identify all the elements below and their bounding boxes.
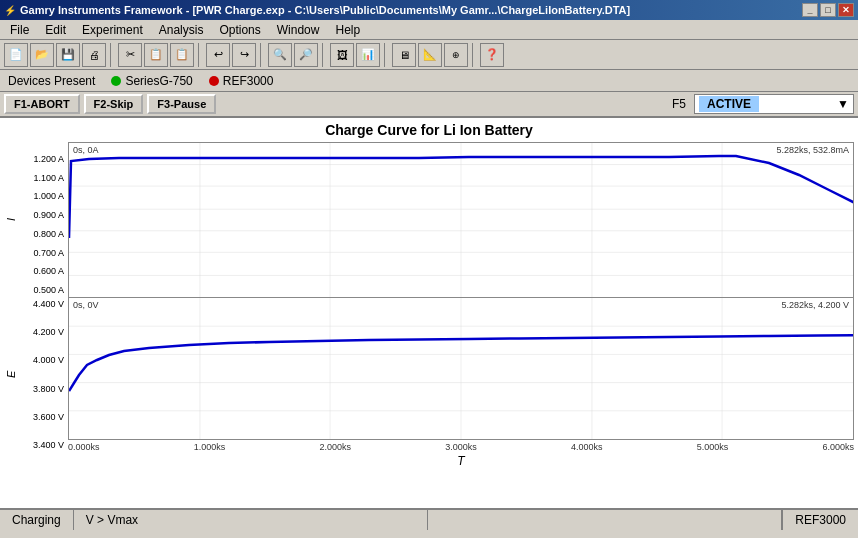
- tb-redo[interactable]: ↪: [232, 43, 256, 67]
- x-tick-6: 6.000ks: [822, 442, 854, 452]
- x-tick-3: 3.000ks: [445, 442, 477, 452]
- x-axis-title: T: [68, 454, 854, 468]
- y-tick-top-6: 0.600 A: [33, 266, 64, 276]
- menu-options[interactable]: Options: [211, 21, 268, 39]
- title-text: Gamry Instruments Framework - [PWR Charg…: [20, 4, 802, 16]
- tb-chart[interactable]: 📊: [356, 43, 380, 67]
- close-button[interactable]: ✕: [838, 3, 854, 17]
- menu-experiment[interactable]: Experiment: [74, 21, 151, 39]
- chart-top-corner-tl: 0s, 0A: [73, 145, 99, 155]
- y-tick-top-5: 0.700 A: [33, 248, 64, 258]
- chart-top-box: 0s, 0A 5.282ks, 532.8mA: [68, 142, 854, 297]
- minimize-button[interactable]: _: [802, 3, 818, 17]
- tb-copy[interactable]: 📋: [144, 43, 168, 67]
- menu-file[interactable]: File: [2, 21, 37, 39]
- tb-open[interactable]: 📂: [30, 43, 54, 67]
- chart-bot-corner-tl: 0s, 0V: [73, 300, 99, 310]
- tb-paste[interactable]: 📋: [170, 43, 194, 67]
- f5-active-value: ACTIVE: [699, 96, 759, 112]
- status-device: REF3000: [782, 510, 858, 530]
- y-tick-bot-1: 4.200 V: [33, 327, 64, 337]
- device1-name: SeriesG-750: [125, 74, 192, 88]
- y-tick-top-0: 1.200 A: [33, 154, 64, 164]
- y-tick-bot-0: 4.400 V: [33, 299, 64, 309]
- tb-cursor1[interactable]: ⊕: [444, 43, 468, 67]
- device2-status-dot: [209, 76, 219, 86]
- title-icon: ⚡: [4, 5, 16, 16]
- y-tick-top-1: 1.100 A: [33, 173, 64, 183]
- chart-title: Charge Curve for Li Ion Battery: [4, 122, 854, 138]
- x-tick-0: 0.000ks: [68, 442, 100, 452]
- tb-cut[interactable]: ✂: [118, 43, 142, 67]
- device1-status-dot: [111, 76, 121, 86]
- y-tick-top-7: 0.500 A: [33, 285, 64, 295]
- tb-new[interactable]: 📄: [4, 43, 28, 67]
- y-tick-bot-4: 3.600 V: [33, 412, 64, 422]
- y-tick-top-4: 0.800 A: [33, 229, 64, 239]
- status-empty: [428, 510, 782, 530]
- devices-bar: Devices Present SeriesG-750 REF3000: [0, 70, 858, 92]
- x-tick-4: 4.000ks: [571, 442, 603, 452]
- device2-indicator: REF3000: [209, 74, 274, 88]
- tb-display[interactable]: 🖥: [392, 43, 416, 67]
- tb-save[interactable]: 💾: [56, 43, 80, 67]
- tb-search[interactable]: 🔍: [268, 43, 292, 67]
- chart-top-svg: [69, 143, 853, 297]
- y-tick-bot-2: 4.000 V: [33, 355, 64, 365]
- x-tick-2: 2.000ks: [319, 442, 351, 452]
- tb-image[interactable]: 🖼: [330, 43, 354, 67]
- y-tick-bot-3: 3.800 V: [33, 384, 64, 394]
- x-tick-5: 5.000ks: [697, 442, 729, 452]
- toolbar: 📄 📂 💾 🖨 ✂ 📋 📋 ↩ ↪ 🔍 🔎 🖼 📊 🖥 📐 ⊕ ❓: [0, 40, 858, 70]
- f3-pause-button[interactable]: F3-Pause: [147, 94, 216, 114]
- y-axis-label-bottom: E: [4, 297, 18, 452]
- f5-dropdown-arrow: ▼: [837, 97, 849, 111]
- tb-zoom[interactable]: 🔎: [294, 43, 318, 67]
- chart-bottom-box: 0s, 0V 5.282ks, 4.200 V: [68, 297, 854, 440]
- menu-help[interactable]: Help: [327, 21, 368, 39]
- main-content: Charge Curve for Li Ion Battery I 1.200 …: [0, 118, 858, 508]
- menu-window[interactable]: Window: [269, 21, 328, 39]
- chart-bot-corner-tr: 5.282ks, 4.200 V: [781, 300, 849, 310]
- devices-present-label: Devices Present: [8, 74, 95, 88]
- tb-measure[interactable]: 📐: [418, 43, 442, 67]
- fkeys-bar: F1-ABORT F2-Skip F3-Pause F5 ACTIVE ▼: [0, 92, 858, 118]
- y-tick-bot-5: 3.400 V: [33, 440, 64, 450]
- menu-analysis[interactable]: Analysis: [151, 21, 212, 39]
- device2-name: REF3000: [223, 74, 274, 88]
- chart-top-corner-tr: 5.282ks, 532.8mA: [776, 145, 849, 155]
- device1-indicator: SeriesG-750: [111, 74, 192, 88]
- status-charging: Charging: [0, 510, 74, 530]
- menu-bar: File Edit Experiment Analysis Options Wi…: [0, 20, 858, 40]
- f2-skip-button[interactable]: F2-Skip: [84, 94, 144, 114]
- y-tick-top-3: 0.900 A: [33, 210, 64, 220]
- title-bar: ⚡ Gamry Instruments Framework - [PWR Cha…: [0, 0, 858, 20]
- status-vvmax: V > Vmax: [74, 510, 428, 530]
- chart-bottom-svg: [69, 298, 853, 439]
- tb-print[interactable]: 🖨: [82, 43, 106, 67]
- menu-edit[interactable]: Edit: [37, 21, 74, 39]
- maximize-button[interactable]: □: [820, 3, 836, 17]
- status-bar: Charging V > Vmax REF3000: [0, 508, 858, 530]
- y-tick-top-2: 1.000 A: [33, 191, 64, 201]
- f5-label: F5: [672, 97, 686, 111]
- x-tick-1: 1.000ks: [194, 442, 226, 452]
- f1-abort-button[interactable]: F1-ABORT: [4, 94, 80, 114]
- f5-dropdown[interactable]: ACTIVE ▼: [694, 94, 854, 114]
- y-axis-label-top: I: [4, 142, 18, 297]
- tb-undo[interactable]: ↩: [206, 43, 230, 67]
- tb-help[interactable]: ❓: [480, 43, 504, 67]
